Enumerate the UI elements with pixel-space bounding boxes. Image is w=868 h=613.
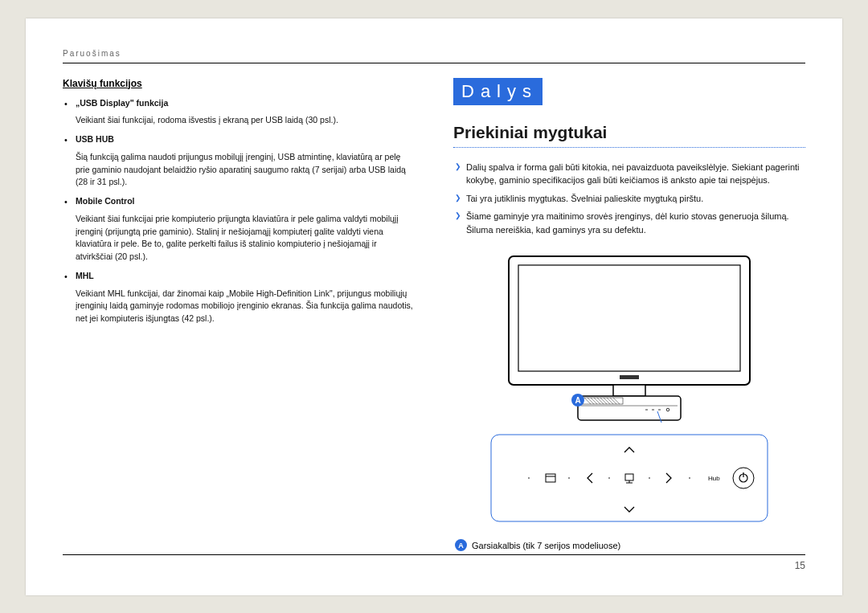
- page: Paruošimas Klavišų funkcijos • „USB Disp…: [26, 18, 842, 595]
- item-label: MHL: [76, 270, 415, 283]
- svg-point-24: [528, 477, 530, 479]
- left-feature-list: • „USB Display" funkcija Veikiant šiai f…: [63, 97, 415, 325]
- note-item: Dalių spalva ir forma gali būti kitokia,…: [455, 161, 805, 187]
- list-item: • Mobile Control Veikiant šiai funkcijai…: [64, 195, 415, 264]
- legend-text: Garsiakalbis (tik 7 serijos modeliuose): [472, 541, 620, 550]
- chapter-title: Dalys: [453, 78, 542, 105]
- svg-rect-1: [518, 265, 740, 371]
- monitor-illustration: A: [485, 252, 774, 425]
- item-desc: Veikiant šiai funkcijai prie kompiuterio…: [76, 213, 415, 264]
- right-column: Dalys Priekiniai mygtukai Dalių spalva i…: [453, 78, 805, 552]
- control-panel-illustration: Hub: [485, 431, 774, 528]
- item-desc: Veikiant šiai funkcijai, rodoma išvestis…: [76, 114, 415, 127]
- section-title: Priekiniai mygtukai: [453, 123, 805, 148]
- svg-rect-2: [620, 375, 639, 379]
- left-section-title: Klavišų funkcijos: [63, 78, 415, 89]
- legend-row: A Garsiakalbis (tik 7 serijos modeliuose…: [453, 539, 805, 551]
- page-number: 15: [63, 554, 805, 571]
- bullet-icon: •: [64, 195, 76, 264]
- item-label: Mobile Control: [76, 195, 415, 208]
- bullet-icon: •: [64, 270, 76, 325]
- note-item: Šiame gaminyje yra maitinimo srovės įren…: [455, 210, 805, 236]
- svg-point-26: [608, 477, 610, 479]
- item-desc: Veikiant MHL funkcijai, dar žinomai kaip…: [76, 288, 415, 325]
- svg-rect-3: [613, 385, 645, 396]
- list-item: • MHL Veikiant MHL funkcijai, dar žinoma…: [64, 270, 415, 325]
- list-item: • „USB Display" funkcija Veikiant šiai f…: [64, 97, 415, 128]
- svg-text:A: A: [575, 396, 580, 405]
- item-label: USB HUB: [76, 133, 415, 146]
- item-label: „USB Display" funkcija: [76, 97, 415, 110]
- item-desc: Šią funkciją galima naudoti prijungus mo…: [76, 151, 415, 189]
- svg-point-25: [568, 477, 570, 479]
- note-item: Tai yra jutiklinis mygtukas. Švelniai pa…: [455, 192, 805, 206]
- svg-point-27: [649, 477, 650, 479]
- bullet-icon: •: [64, 133, 76, 189]
- left-column: Klavišų funkcijos • „USB Display" funkci…: [63, 78, 415, 552]
- notes-list: Dalių spalva ir forma gali būti kitokia,…: [453, 161, 805, 237]
- bullet-icon: •: [64, 97, 76, 128]
- legend-marker-a: A: [455, 539, 467, 551]
- hub-label: Hub: [708, 475, 720, 482]
- svg-point-28: [689, 477, 690, 479]
- list-item: • USB HUB Šią funkciją galima naudoti pr…: [64, 133, 415, 189]
- page-header: Paruošimas: [63, 49, 805, 63]
- two-column-layout: Klavišų funkcijos • „USB Display" funkci…: [63, 78, 805, 552]
- illustration-area: A: [453, 252, 805, 551]
